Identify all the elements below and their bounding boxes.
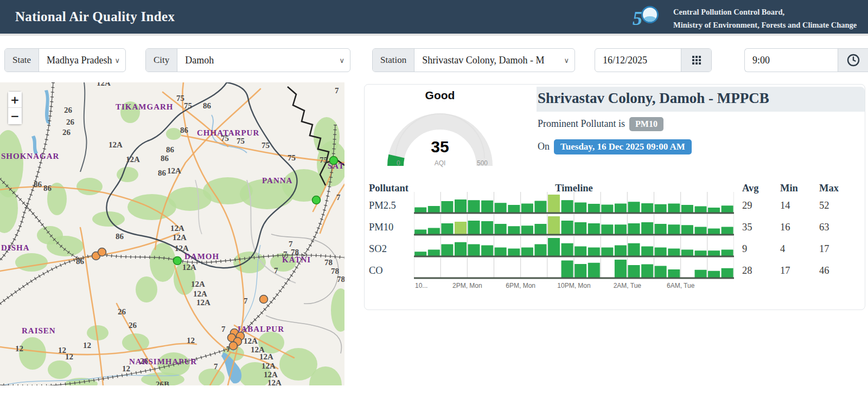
naqi-dashboard: National Air Quality Index 5 Central Pol… — [0, 0, 868, 393]
svg-text:DAMOH: DAMOH — [184, 252, 219, 261]
aqi-value: 35 — [380, 138, 500, 156]
observation-time-line: OnTuesday, 16 Dec 2025 09:00 AM — [538, 139, 692, 154]
svg-text:12A: 12A — [170, 224, 184, 233]
timestamp-badge: Tuesday, 16 Dec 2025 09:00 AM — [554, 139, 692, 154]
x-axis-tick-label: 6AM, Tue — [667, 282, 694, 289]
svg-text:78: 78 — [331, 267, 339, 275]
state-label: State — [5, 49, 39, 72]
svg-text:12: 12 — [187, 336, 195, 345]
chevron-down-icon: ∨ — [114, 56, 120, 65]
svg-text:RAISEN: RAISEN — [22, 326, 56, 335]
time-input[interactable]: 9:00 — [745, 49, 838, 72]
org-line2: Ministry of Environment, Forests and Cli… — [673, 18, 857, 31]
app-title: National Air Quality Index — [15, 9, 175, 24]
svg-text:7: 7 — [214, 362, 218, 371]
svg-text:CHHATARPUR: CHHATARPUR — [197, 128, 259, 137]
state-select-group: State Madhya Pradesh∨ — [4, 48, 126, 72]
svg-text:12A: 12A — [175, 244, 189, 253]
svg-text:7: 7 — [335, 86, 339, 95]
svg-text:75: 75 — [184, 101, 192, 110]
svg-text:75: 75 — [320, 156, 328, 164]
pollutant-row-pm25: PM2.5291452 — [365, 193, 865, 215]
cpcb-50-logo-icon: 5 — [633, 5, 660, 31]
time-input-group: 9:00 — [744, 48, 868, 72]
svg-text:7: 7 — [336, 193, 341, 202]
prominent-pollutant-badge: PM10 — [629, 117, 663, 131]
pollutant-avg: 28 — [742, 265, 752, 276]
svg-text:SHOKNAGAR: SHOKNAGAR — [1, 152, 59, 160]
x-axis-tick-label: 10PM, Mon — [557, 282, 590, 289]
pollutant-avg: 35 — [742, 222, 752, 233]
filter-bar: State Madhya Pradesh∨ City Damoh∨ Statio… — [0, 38, 868, 82]
svg-text:26: 26 — [66, 118, 75, 126]
svg-text:12A: 12A — [182, 263, 196, 272]
svg-text:26: 26 — [62, 128, 71, 137]
station-marker-green[interactable] — [312, 196, 321, 204]
svg-text:12: 12 — [83, 341, 91, 350]
svg-text:DISHA: DISHA — [1, 243, 30, 252]
date-input-group: 16/12/2025 — [595, 48, 712, 72]
prominent-pollutant-text: Prominent Pollutant is — [538, 118, 625, 129]
svg-text:NARSIMHAPUR: NARSIMHAPUR — [129, 357, 197, 366]
pollutant-name: SO2 — [369, 243, 387, 255]
svg-text:86: 86 — [161, 154, 169, 163]
gauge-max-label: 500 — [477, 159, 488, 167]
timeline-x-axis: 10...2PM, Mon6PM, Mon10PM, Mon2AM, Tue6A… — [414, 281, 734, 291]
station-marker-green[interactable] — [330, 157, 338, 165]
svg-text:86: 86 — [43, 184, 52, 192]
station-select[interactable]: Shrivastav Colony, Damoh - M∨ — [414, 49, 575, 72]
station-marker-orange[interactable] — [260, 295, 268, 304]
pollutant-avg: 29 — [742, 200, 752, 211]
date-input[interactable]: 16/12/2025 — [595, 49, 681, 72]
pollutant-name: PM2.5 — [369, 200, 396, 211]
svg-text:75: 75 — [288, 153, 296, 162]
svg-text:26: 26 — [64, 106, 73, 114]
pollutant-max: 52 — [819, 200, 829, 211]
pollutant-row-so2: SO29417 — [365, 236, 865, 258]
svg-text:7: 7 — [244, 297, 248, 305]
col-avg: Avg — [742, 183, 759, 194]
svg-text:75: 75 — [176, 94, 184, 102]
org-name: Central Pollution Control Board, Ministr… — [673, 5, 857, 31]
svg-text:12A: 12A — [196, 298, 210, 307]
svg-text:12A: 12A — [173, 233, 187, 242]
map-canvas[interactable]: 12A2626267586758612A12A12A75757575758686… — [0, 82, 344, 385]
map-zoom-out-button[interactable]: − — [8, 108, 22, 124]
x-axis-tick-label: 6PM, Mon — [506, 282, 535, 289]
clock-icon[interactable] — [838, 49, 868, 72]
calendar-grid-icon[interactable] — [681, 49, 711, 72]
svg-text:12A: 12A — [193, 289, 207, 298]
logo-globe — [641, 6, 659, 23]
svg-text:86: 86 — [166, 145, 175, 154]
map-zoom-in-button[interactable]: + — [8, 92, 22, 108]
svg-text:86: 86 — [203, 101, 212, 110]
state-select[interactable]: Madhya Pradesh∨ — [39, 49, 125, 72]
city-label: City — [146, 49, 177, 72]
svg-text:12A: 12A — [191, 280, 205, 288]
svg-text:12A: 12A — [264, 370, 278, 379]
app-header: National Air Quality Index 5 Central Pol… — [0, 0, 868, 36]
city-select[interactable]: Damoh∨ — [177, 49, 350, 72]
station-marker-orange[interactable] — [229, 342, 238, 350]
map-zoom-control: + − — [8, 91, 22, 125]
svg-text:12A: 12A — [108, 140, 123, 149]
svg-text:86: 86 — [180, 126, 189, 134]
svg-text:26: 26 — [129, 321, 137, 330]
pollutant-timeline-chart — [414, 212, 734, 236]
svg-text:86: 86 — [76, 257, 85, 266]
station-marker-orange[interactable] — [98, 248, 106, 256]
stations-map[interactable]: + − 12A2626267586758612A12A12A7575757575… — [0, 82, 344, 385]
svg-text:26: 26 — [118, 307, 126, 316]
svg-text:75: 75 — [237, 137, 245, 145]
station-select-group: Station Shrivastav Colony, Damoh - M∨ — [372, 48, 575, 72]
svg-text:86: 86 — [34, 180, 42, 189]
pollutant-max: 46 — [819, 265, 829, 276]
station-marker-green[interactable] — [174, 257, 182, 265]
svg-text:PANNA: PANNA — [262, 176, 292, 185]
svg-text:12: 12 — [65, 352, 73, 361]
chevron-down-icon: ∨ — [339, 56, 344, 65]
svg-text:78: 78 — [337, 275, 344, 284]
pollutant-row-co: CO281746 — [365, 258, 865, 280]
pollutant-timeline-chart — [414, 234, 734, 258]
svg-text:7: 7 — [289, 240, 293, 248]
